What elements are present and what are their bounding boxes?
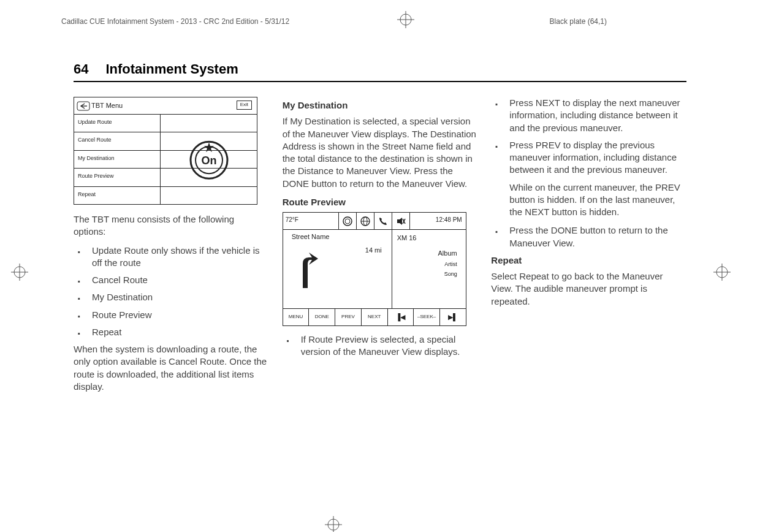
route-preview-heading: Route Preview bbox=[283, 196, 478, 208]
distance-label: 14 mi bbox=[365, 246, 382, 255]
street-name-label: Street Name bbox=[292, 232, 330, 241]
list-item: Repeat bbox=[74, 326, 269, 338]
svg-point-17 bbox=[343, 217, 352, 226]
route-preview-screenshot: 72°F bbox=[283, 212, 466, 326]
crop-mark-bottom bbox=[325, 516, 342, 532]
list-item: Cancel Route bbox=[74, 274, 269, 286]
repeat-heading: Repeat bbox=[491, 254, 686, 267]
song-label: Song bbox=[397, 270, 461, 278]
svg-text:On: On bbox=[201, 154, 216, 167]
tbt-intro-text: The TBT menu consists of the following o… bbox=[74, 213, 269, 238]
onstar-logo-icon: On bbox=[188, 139, 230, 184]
list-item: Press PREV to display the previous maneu… bbox=[491, 139, 686, 177]
done-button: DONE bbox=[309, 309, 335, 325]
crop-icon bbox=[325, 516, 342, 532]
temperature-display: 72°F bbox=[283, 213, 326, 229]
time-display: 12:48 PM bbox=[423, 213, 466, 229]
my-destination-text: If My Destination is selected, a special… bbox=[283, 115, 478, 190]
menu-button: MENU bbox=[283, 309, 310, 325]
doc-id: Cadillac CUE Infotainment System - 2013 … bbox=[61, 17, 289, 26]
exit-button: Exit bbox=[237, 101, 252, 110]
back-icon bbox=[77, 101, 89, 111]
crop-icon bbox=[11, 264, 28, 281]
list-item: My Destination bbox=[74, 291, 269, 303]
tbt-menu-screenshot: TBT Menu Exit Update Route Cancel Route … bbox=[74, 97, 257, 205]
my-destination-heading: My Destination bbox=[283, 99, 478, 112]
repeat-text: Select Repeat to go back to the Maneuver… bbox=[491, 270, 686, 308]
list-item: Route Preview bbox=[74, 309, 269, 321]
skip-forward-icon: ▶▌ bbox=[440, 309, 466, 325]
list-item: Press the DONE button to return to the M… bbox=[491, 224, 686, 249]
turn-arrow-icon bbox=[291, 248, 321, 293]
crop-icon bbox=[397, 11, 414, 28]
onstar-icon bbox=[338, 213, 357, 229]
tbt-outro-text: When the system is downloading a route, … bbox=[74, 343, 269, 393]
mute-icon bbox=[392, 213, 410, 229]
column-2: My Destination If My Destination is sele… bbox=[283, 97, 478, 399]
album-label: Album bbox=[397, 249, 461, 258]
crop-mark-right bbox=[713, 264, 731, 283]
artist-label: Artist bbox=[397, 260, 461, 268]
crop-mark-top bbox=[397, 11, 414, 30]
list-item: Press NEXT to display the next maneuver … bbox=[491, 97, 686, 134]
column-1: TBT Menu Exit Update Route Cancel Route … bbox=[74, 97, 269, 399]
prev-button: PREV bbox=[335, 309, 362, 325]
page-title: Infotainment System bbox=[105, 61, 238, 77]
tbt-options-list: Update Route only shows if the vehicle i… bbox=[74, 245, 269, 339]
skip-back-icon: ▐◀ bbox=[388, 309, 414, 325]
seek-button: –SEEK– bbox=[414, 309, 440, 325]
list-item: If Route Preview is selected, a special … bbox=[283, 333, 478, 359]
indent-note: While on the current maneuver, the PREV … bbox=[491, 181, 686, 219]
tbt-menu-title: TBT Menu bbox=[91, 101, 123, 110]
page-header: 64 Infotainment System bbox=[74, 61, 686, 82]
xm-channel: XM 16 bbox=[397, 234, 461, 243]
svg-point-18 bbox=[345, 219, 350, 224]
crop-icon bbox=[713, 264, 731, 281]
phone-icon bbox=[374, 213, 392, 229]
plate-info: Black plate (64,1) bbox=[550, 17, 607, 26]
page-content: 64 Infotainment System TBT Menu Exit Upd… bbox=[74, 61, 686, 399]
column-3: Press NEXT to display the next maneuver … bbox=[491, 97, 686, 399]
page-number: 64 bbox=[74, 61, 88, 77]
list-item: Update Route only shows if the vehicle i… bbox=[74, 245, 269, 270]
crop-mark-left bbox=[11, 264, 28, 283]
next-button: NEXT bbox=[362, 309, 388, 325]
globe-icon bbox=[356, 213, 374, 229]
